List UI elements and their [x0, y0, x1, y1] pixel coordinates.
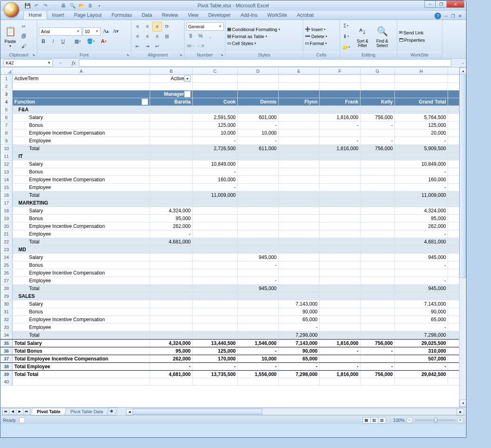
cell[interactable] — [150, 246, 193, 253]
tab-view[interactable]: View — [183, 11, 203, 20]
cell[interactable] — [150, 106, 193, 113]
cell[interactable]: 756,000 — [360, 114, 395, 121]
cell[interactable] — [193, 316, 238, 323]
cell[interactable]: 1,556,000 — [238, 371, 279, 378]
row-header[interactable]: 15 — [0, 184, 13, 191]
orientation-icon[interactable]: ⟳ — [162, 22, 171, 31]
sort-filter-button[interactable]: ᴬ↓ Sort & Filter — [353, 23, 372, 50]
cell[interactable]: 10,849,000 — [395, 160, 448, 168]
help-icon[interactable]: ? — [435, 13, 441, 19]
cell[interactable]: - — [238, 137, 279, 144]
cell[interactable] — [279, 137, 320, 144]
cell[interactable] — [320, 199, 360, 207]
vertical-scrollbar[interactable] — [459, 68, 466, 407]
horizontal-scroll-thumb[interactable] — [133, 409, 263, 414]
cell[interactable] — [150, 316, 193, 323]
cell[interactable] — [150, 254, 193, 261]
cell[interactable]: 945,000 — [395, 285, 448, 292]
normal-view-icon[interactable]: ▦ — [363, 417, 371, 423]
cell[interactable] — [238, 106, 279, 113]
cell[interactable]: 507,000 — [395, 355, 448, 362]
cell[interactable]: 13,440,500 — [193, 340, 238, 347]
cell[interactable] — [320, 269, 360, 277]
cell[interactable] — [193, 293, 238, 300]
sheet-next-icon[interactable]: ▶ — [16, 408, 23, 415]
cell[interactable]: 65,000 — [279, 316, 320, 323]
cell[interactable] — [360, 300, 395, 308]
align-right-icon[interactable]: ≡ — [153, 32, 162, 41]
row-header[interactable]: 8 — [0, 129, 13, 137]
cell[interactable] — [360, 75, 395, 82]
row-header[interactable]: 14 — [0, 176, 13, 183]
mdi-restore-icon[interactable]: ❐ — [451, 14, 455, 19]
sheet-prev-icon[interactable]: ◀ — [9, 408, 16, 415]
cell[interactable] — [238, 160, 279, 168]
increase-decimal-icon[interactable]: .00→ — [186, 41, 195, 50]
row-header[interactable]: 13 — [0, 168, 13, 176]
cell[interactable]: 11,009,000 — [395, 191, 448, 199]
cell[interactable]: - — [150, 230, 193, 238]
cell[interactable]: - — [360, 137, 395, 144]
row-header[interactable]: 17 — [0, 199, 13, 207]
cell[interactable]: 4,324,000 — [150, 340, 193, 347]
cell[interactable] — [360, 191, 395, 199]
cell[interactable] — [193, 378, 238, 385]
mdi-minimize-icon[interactable]: ─ — [444, 14, 448, 18]
row-header[interactable]: 18 — [0, 207, 13, 214]
row-header[interactable]: 11 — [0, 153, 13, 160]
cell[interactable] — [279, 122, 320, 129]
cell[interactable] — [238, 90, 279, 98]
cell[interactable] — [320, 300, 360, 308]
cell[interactable]: - — [279, 363, 320, 370]
cell[interactable] — [279, 254, 320, 261]
wrap-text-icon[interactable]: ↩ — [153, 42, 162, 51]
row-header[interactable]: 4 — [0, 98, 13, 106]
sheet-last-icon[interactable]: ⏭ — [23, 408, 30, 415]
cell[interactable] — [279, 83, 320, 90]
currency-icon[interactable]: $ — [186, 32, 195, 41]
cell[interactable]: Total — [13, 191, 150, 199]
cell[interactable]: Flynn — [279, 98, 320, 106]
cell[interactable]: 7,143,000 — [279, 340, 320, 347]
cell[interactable] — [320, 168, 360, 176]
cell[interactable] — [238, 230, 279, 238]
redo-icon[interactable]: ↷ — [41, 2, 50, 10]
cell[interactable] — [320, 106, 360, 113]
tab-acrobat[interactable]: Acrobat — [292, 11, 318, 20]
cell[interactable]: - — [320, 347, 360, 354]
cell[interactable] — [193, 83, 238, 90]
cell[interactable]: - — [193, 184, 238, 191]
cell[interactable] — [150, 160, 193, 168]
row-header[interactable]: 35 — [0, 340, 13, 347]
cell[interactable]: Total Bonus — [13, 347, 150, 354]
tab-developer[interactable]: Developer — [203, 11, 236, 20]
cell[interactable] — [193, 199, 238, 207]
cell[interactable] — [150, 324, 193, 331]
cell[interactable] — [360, 277, 395, 284]
cell[interactable]: Salary — [13, 300, 150, 308]
cell[interactable]: 125,000 — [395, 122, 448, 129]
cell[interactable] — [238, 331, 279, 339]
cell[interactable] — [360, 331, 395, 339]
preview-icon[interactable]: 🔍 — [68, 2, 77, 10]
cell[interactable]: 1,546,000 — [238, 340, 279, 347]
cell[interactable] — [320, 285, 360, 292]
cell[interactable] — [360, 129, 395, 137]
cell[interactable] — [279, 199, 320, 207]
vertical-scroll-thumb[interactable] — [459, 74, 466, 278]
cell[interactable]: 5,909,500 — [395, 145, 448, 152]
cell[interactable]: 7,298,000 — [395, 331, 448, 339]
cell[interactable] — [320, 378, 360, 385]
percent-icon[interactable]: % — [196, 32, 205, 41]
cell[interactable]: 4,681,000 — [395, 238, 448, 245]
cell[interactable] — [150, 277, 193, 284]
cell[interactable] — [279, 246, 320, 253]
row-header[interactable]: 32 — [0, 316, 13, 323]
cell[interactable]: - — [395, 137, 448, 144]
new-icon[interactable]: 🗎 — [86, 2, 95, 10]
cell[interactable] — [238, 184, 279, 191]
cell[interactable] — [238, 207, 279, 214]
cell[interactable] — [150, 191, 193, 199]
cell[interactable] — [320, 129, 360, 137]
cell[interactable]: Cook — [193, 98, 238, 106]
